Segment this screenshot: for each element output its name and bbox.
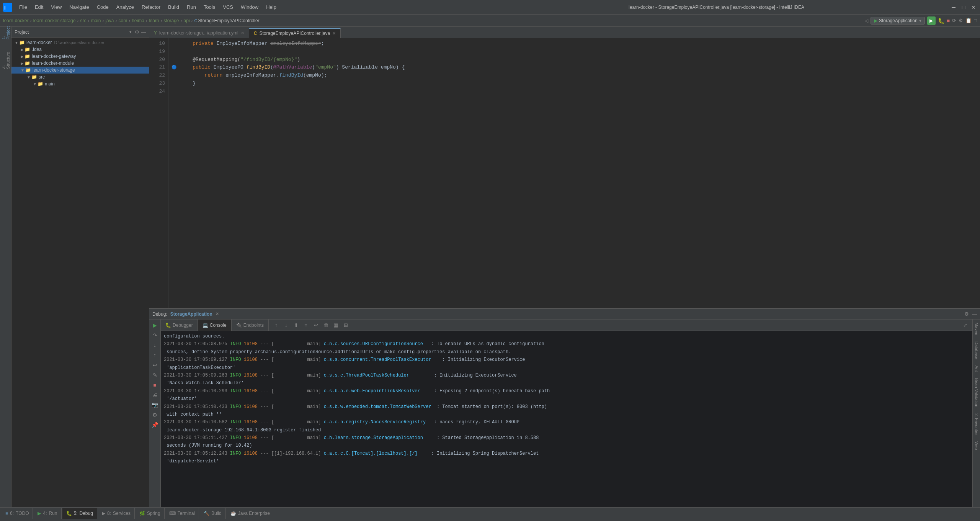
database-panel[interactable]: Database (973, 338, 980, 362)
step-over-button[interactable]: ↷ (151, 331, 159, 339)
menu-navigate[interactable]: Navigate (65, 3, 93, 11)
tree-arrow-main[interactable]: ▼ (33, 82, 37, 86)
console-tab[interactable]: 💻 Console (198, 319, 232, 331)
tree-arrow-root[interactable]: ▼ (15, 41, 18, 45)
scroll-up-icon[interactable]: ↑ (272, 321, 280, 329)
code-content[interactable]: private EmployeInfoMapper employeInfoMap… (168, 38, 980, 308)
stop-debug-button[interactable]: ■ (151, 381, 159, 389)
step-out-button[interactable]: ↑ (151, 351, 159, 359)
table-icon[interactable]: ▦ (332, 321, 340, 329)
breadcrumb-current[interactable]: StorageEmployeAPIController (198, 18, 260, 23)
menu-tools[interactable]: Tools (200, 3, 219, 11)
bean-validation-panel[interactable]: Bean Validation (973, 375, 980, 410)
project-side-icon[interactable]: 1: Project (1, 28, 10, 38)
breadcrumb-learn-docker[interactable]: learn-docker (3, 18, 29, 23)
evaluate-button[interactable]: ✎ (151, 371, 159, 379)
scroll-down-icon[interactable]: ↓ (282, 321, 290, 329)
tab-controller[interactable]: C StorageEmployeAPIController.java ✕ (249, 28, 341, 38)
minimize-button[interactable]: ─ (950, 4, 957, 11)
menu-vcs[interactable]: VCS (219, 3, 237, 11)
gear-icon[interactable]: ⚙ (135, 29, 139, 35)
camera-button[interactable]: 📷 (151, 401, 159, 409)
tree-storage[interactable]: ▼ 📁 learn-docker-storage (11, 67, 149, 74)
build-tab[interactable]: 🔨 Build (200, 508, 226, 519)
clear-icon[interactable]: 🗑 (322, 321, 330, 329)
run-to-cursor-button[interactable]: ↩ (151, 361, 159, 369)
maximize-button[interactable]: □ (960, 4, 967, 11)
resume-button[interactable]: ▶ (151, 321, 159, 329)
tree-arrow-module[interactable]: ▶ (21, 61, 24, 66)
tree-arrow-gateway[interactable]: ▶ (21, 54, 24, 59)
run-config-dropdown[interactable]: ▾ (919, 18, 921, 23)
align-icon[interactable]: ≡ (302, 321, 310, 329)
debug-run-icon[interactable]: 🐛 (938, 18, 944, 24)
tree-arrow-src[interactable]: ▼ (27, 75, 31, 79)
breadcrumb-learn[interactable]: learn (149, 18, 159, 23)
wrap-icon[interactable]: ↩ (312, 321, 320, 329)
menu-refactor[interactable]: Refactor (138, 3, 164, 11)
ant-panel[interactable]: Ant (973, 362, 980, 375)
menu-build[interactable]: Build (164, 3, 183, 11)
run-config-selector[interactable]: ▶ StorageApplication ▾ (871, 17, 925, 25)
debug-gear-icon[interactable]: ⚙ (964, 311, 969, 317)
console-output[interactable]: configuration sources. 2021-03-30 17:05:… (161, 331, 972, 507)
breadcrumb-src[interactable]: src (80, 18, 86, 23)
tree-root[interactable]: ▼ 📁 learn-docker D:\workspace\learn-dock… (11, 39, 149, 46)
align-top-icon[interactable]: ⬆ (292, 321, 300, 329)
menu-help[interactable]: Help (262, 3, 280, 11)
pin-button[interactable]: 📌 (151, 421, 159, 429)
settings-debug-button[interactable]: ⚙ (151, 411, 159, 419)
debug-tab-bottom[interactable]: 🐛 5: Debug (62, 508, 97, 519)
menu-edit[interactable]: Edit (31, 3, 47, 11)
menu-window[interactable]: Window (237, 3, 262, 11)
web-panel[interactable]: Web (973, 438, 980, 453)
spring-tab[interactable]: 🌿 Spring (136, 508, 165, 519)
menu-code[interactable]: Code (93, 3, 113, 11)
breadcrumb-storage[interactable]: storage (164, 18, 179, 23)
toolbar-icon-4[interactable]: □ (974, 18, 977, 23)
services-tab[interactable]: ▶ 8: Services (98, 508, 135, 519)
breadcrumb-api[interactable]: api (184, 18, 190, 23)
breadcrumb-learn-docker-storage[interactable]: learn-docker-storage (33, 18, 76, 23)
tree-main[interactable]: ▼ 📁 main (11, 80, 149, 87)
breadcrumb-main[interactable]: main (91, 18, 101, 23)
tree-arrow-storage[interactable]: ▼ (21, 68, 24, 72)
breadcrumb-java[interactable]: java (105, 18, 114, 23)
java-enterprise-tab[interactable]: ☕ Java Enterprise (227, 508, 274, 519)
menu-file[interactable]: File (15, 3, 31, 11)
tree-src[interactable]: ▼ 📁 src (11, 74, 149, 80)
tree-gateway[interactable]: ▶ 📁 learn-docker-gateway (11, 53, 149, 60)
run-button[interactable]: ▶ (927, 16, 936, 25)
debugger-tab[interactable]: 🐛 Debugger (161, 319, 198, 331)
columns-icon[interactable]: ⊞ (341, 321, 350, 329)
debug-minimize-icon[interactable]: — (972, 311, 977, 317)
toolbar-icon-3[interactable]: 📋 (965, 18, 972, 23)
java-tab-close[interactable]: ✕ (332, 31, 336, 36)
maven-panel[interactable]: Maven (973, 319, 980, 338)
stop-icon[interactable]: ■ (947, 18, 950, 24)
structure-side-icon[interactable]: Z: Structure (1, 56, 10, 65)
menu-view[interactable]: View (47, 3, 65, 11)
yml-tab-close[interactable]: ✕ (241, 31, 244, 36)
close-button[interactable]: ✕ (970, 4, 977, 11)
tree-arrow-idea[interactable]: ▶ (21, 48, 24, 52)
favorites-panel[interactable]: 2: Favorites (973, 410, 980, 438)
tab-yml[interactable]: Y learn-docker-storage\...\application.y… (149, 28, 249, 38)
breadcrumb-heima[interactable]: heima (132, 18, 144, 23)
debug-session-tab[interactable]: StorageApplication (170, 311, 212, 317)
print-button[interactable]: 🖨 (151, 391, 159, 399)
menu-analyze[interactable]: Analyze (113, 3, 138, 11)
terminal-tab[interactable]: ⌨ Terminal (165, 508, 199, 519)
breadcrumb-com[interactable]: com (118, 18, 127, 23)
toolbar-icon-2[interactable]: ⚙ (959, 18, 963, 23)
run-tab[interactable]: ▶ 4: Run (34, 508, 61, 519)
menu-run[interactable]: Run (183, 3, 200, 11)
debug-session-close[interactable]: ✕ (216, 311, 219, 316)
popout-icon[interactable]: ⤢ (961, 321, 969, 329)
step-into-button[interactable]: ↓ (151, 341, 159, 349)
tree-module[interactable]: ▶ 📁 learn-docker-module (11, 60, 149, 67)
todo-tab[interactable]: ≡ 6: TODO (2, 508, 33, 519)
minimize-panel-icon[interactable]: — (141, 29, 146, 35)
back-icon[interactable]: ◁ (865, 18, 868, 23)
tree-idea[interactable]: ▶ 📁 .idea (11, 46, 149, 53)
